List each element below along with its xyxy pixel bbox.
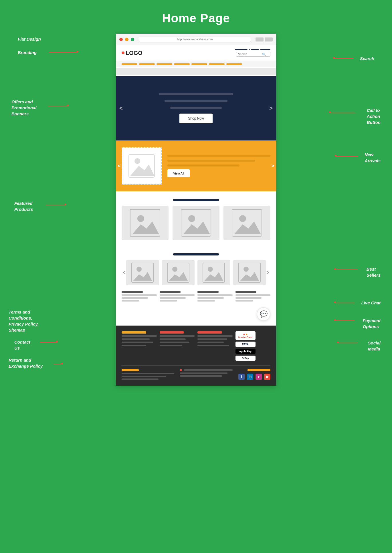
best-sellers-section: <	[116, 246, 276, 288]
footer-line-p3	[160, 342, 189, 343]
seller-product-4[interactable]	[233, 260, 266, 285]
orange-nav-dash-6	[209, 63, 225, 65]
seller-label-3	[197, 291, 233, 302]
nav-dot	[249, 49, 250, 50]
orange-nav-dash-4	[174, 63, 190, 65]
browser-dot-red[interactable]	[119, 38, 123, 41]
arrivals-text-2	[167, 160, 255, 162]
browser-dot-green[interactable]	[131, 38, 134, 41]
footer-line-t3	[122, 342, 153, 343]
annotation-terms: Terms andConditions,Privacy Policy,Sitem…	[9, 309, 39, 333]
svg-point-21	[136, 267, 142, 272]
seller-label-4	[235, 291, 271, 302]
search-input[interactable]	[238, 53, 261, 56]
seller-product-1[interactable]	[126, 260, 159, 285]
search-icon[interactable]: 🔍	[262, 53, 266, 56]
arrivals-arrow-right[interactable]: >	[271, 163, 274, 169]
svg-marker-13	[132, 221, 159, 234]
payment-gpay: G Pay	[235, 356, 256, 361]
svg-marker-25	[169, 272, 188, 281]
live-chat-icon: 💬	[260, 310, 268, 318]
featured-divider-bar	[173, 199, 219, 201]
annotation-flat-design: Flat Design	[18, 37, 41, 41]
svg-point-24	[172, 267, 177, 272]
footer-heading-privacy	[160, 331, 184, 334]
arrivals-text-3	[167, 164, 239, 167]
seller-desc-1b	[122, 297, 148, 299]
footer-heading-terms	[122, 331, 146, 334]
live-chat-button[interactable]: 💬	[257, 307, 270, 321]
annotation-best-sellers: BestSellers	[367, 266, 381, 278]
svg-marker-22	[133, 272, 152, 281]
featured-product-2[interactable]	[173, 206, 219, 240]
browser-btn-2[interactable]	[265, 37, 273, 41]
return-line-3	[180, 375, 222, 377]
svg-point-18	[239, 215, 246, 222]
hero-text-2	[165, 100, 227, 102]
featured-divider	[122, 194, 270, 206]
nav-area: 🔍	[235, 49, 270, 57]
arrivals-arrow-left[interactable]: <	[118, 163, 121, 169]
svg-point-15	[188, 215, 195, 222]
seller-title-4	[235, 291, 257, 293]
browser-address-bar[interactable]: http://www.webaddress.com	[139, 37, 251, 42]
hero-text-1	[159, 93, 233, 95]
seller-desc-1a	[122, 294, 157, 296]
orange-nav-dash-2	[139, 63, 155, 65]
payment-icons: ● ● MasterCard VISA Apple Pay G Pay	[235, 331, 271, 361]
orange-nav-dash-7	[226, 63, 242, 65]
footer-line-t4	[122, 345, 146, 346]
seller-title-3	[197, 291, 219, 293]
featured-product-1[interactable]	[122, 206, 169, 240]
orange-nav-dash-5	[191, 63, 207, 65]
footer-line-s1	[197, 335, 233, 337]
seller-desc-4a	[235, 294, 271, 296]
sellers-arrow-left[interactable]: <	[123, 270, 125, 275]
search-bar[interactable]: 🔍	[236, 52, 270, 57]
arrivals-content: View All	[167, 155, 270, 177]
hero-cta-button[interactable]: Shop Now	[179, 114, 212, 123]
browser-chrome: http://www.webaddress.com	[116, 34, 276, 45]
sellers-arrow-right[interactable]: >	[267, 270, 269, 275]
annotation-offers: Offers andPromotionalBanners	[11, 99, 37, 117]
nav-line-2	[251, 49, 259, 50]
seller-desc-3b	[197, 297, 224, 299]
logo-text: LOGO	[126, 50, 142, 56]
hero-arrow-left[interactable]: <	[119, 105, 123, 112]
arrivals-cta-button[interactable]: View All	[167, 169, 190, 177]
footer-line-s3	[197, 342, 224, 343]
footer-heading-sitemap	[197, 331, 222, 334]
featured-product-3[interactable]	[223, 206, 270, 240]
footer-col-payment: ● ● MasterCard VISA Apple Pay G Pay	[235, 331, 271, 361]
social-media-section: f in ● ▶	[238, 369, 270, 380]
browser-dot-yellow[interactable]	[125, 38, 128, 41]
seller-product-2[interactable]	[162, 260, 195, 285]
seller-product-3[interactable]	[197, 260, 230, 285]
site-footer: ● ● MasterCard VISA Apple Pay G Pay	[116, 326, 276, 386]
payment-visa: VISA	[235, 342, 256, 347]
wireframe-window: http://www.webaddress.com LOGO	[116, 34, 276, 386]
annotation-new-arrivals: NewArrivals	[365, 152, 381, 164]
annotation-payment: PaymentOptions	[363, 318, 381, 330]
hero-arrow-right[interactable]: >	[269, 105, 273, 112]
hero-banner: < Shop Now >	[116, 76, 276, 140]
annotation-social: SocialMedia	[368, 340, 381, 352]
sub-header-bar	[116, 68, 276, 75]
footer-top: ● ● MasterCard VISA Apple Pay G Pay	[122, 331, 270, 366]
browser-btn-1[interactable]	[256, 37, 264, 41]
instagram-icon[interactable]: ●	[256, 374, 262, 380]
seller-labels	[116, 288, 276, 304]
seller-label-2	[160, 291, 195, 302]
return-line-1	[184, 369, 233, 371]
svg-point-27	[208, 267, 213, 272]
nav-line-1	[235, 49, 248, 50]
svg-marker-16	[183, 221, 210, 234]
social-icons: f in ● ▶	[238, 374, 270, 380]
linkedin-icon[interactable]: in	[247, 374, 253, 380]
facebook-icon[interactable]: f	[238, 374, 245, 380]
logo-dot	[122, 51, 124, 54]
arrivals-product-image	[122, 147, 162, 185]
youtube-icon[interactable]: ▶	[264, 374, 270, 380]
seller-desc-1c	[122, 300, 139, 302]
seller-desc-4c	[235, 300, 253, 302]
